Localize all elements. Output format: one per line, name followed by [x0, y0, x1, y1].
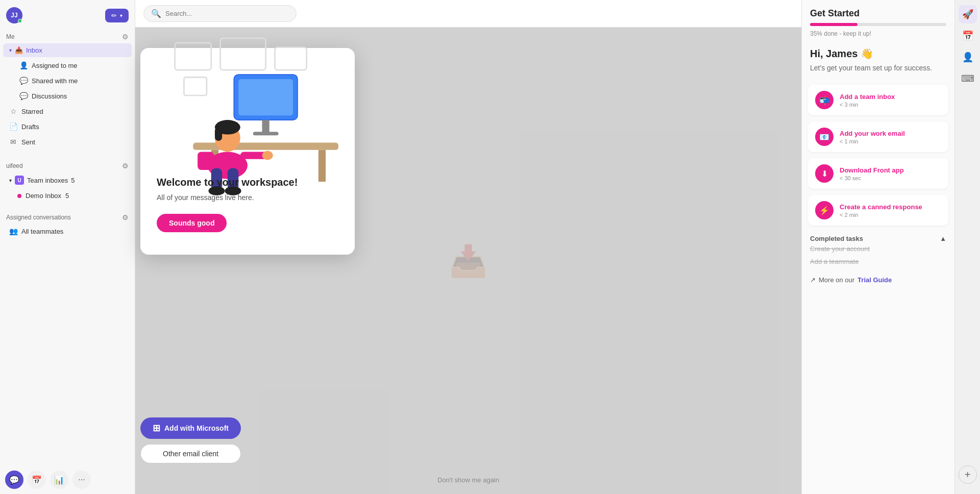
assigned-conversations-label: Assigned conversations ⚙: [0, 209, 135, 224]
progress-bar-wrap: [802, 23, 954, 28]
sidebar-item-starred[interactable]: ☆ Starred: [3, 104, 132, 118]
compose-button[interactable]: ✏ ▾: [105, 9, 129, 22]
svg-rect-7: [253, 132, 279, 135]
dont-show-link[interactable]: Don't show me again: [437, 476, 499, 484]
contact-icon[interactable]: 👤: [959, 48, 977, 66]
svg-rect-3: [184, 77, 206, 95]
task-work-email-time: < 1 min: [840, 138, 941, 144]
task-team-inbox-title: Add a team inbox: [840, 93, 941, 101]
discussions-icon: 💬: [19, 92, 28, 100]
modal-overlay: Welcome to your workspace! All of your m…: [135, 28, 801, 494]
search-input[interactable]: [165, 10, 289, 17]
sidebar-header: JJ ✏ ▾: [0, 0, 135, 29]
right-panel: Get Started 35% done - keep it up! Hi, J…: [801, 0, 954, 494]
task-download-icon: ⬇: [815, 164, 834, 183]
task-team-inbox-time: < 3 min: [840, 102, 941, 108]
search-icon: 🔍: [151, 9, 161, 18]
inbox-icon: 📥: [15, 46, 23, 54]
search-bar[interactable]: 🔍: [143, 5, 297, 22]
completed-section: Completed tasks ▲ Create your account Ad…: [802, 229, 954, 270]
task-work-email-title: Add your work email: [840, 130, 941, 137]
sidebar-item-sent[interactable]: ✉ Sent: [3, 135, 132, 149]
assigned-icon: 👤: [19, 61, 28, 69]
get-started-title: Get Started: [810, 8, 860, 19]
rocket-icon[interactable]: 🚀: [959, 5, 977, 23]
more-bottom-button[interactable]: ···: [72, 471, 91, 489]
inbox-chevron-icon: ▾: [9, 47, 12, 53]
starred-icon: ☆: [9, 107, 17, 115]
completed-item-teammate: Add a teammate: [810, 255, 946, 268]
greeting-title: Hi, James 👋: [810, 47, 946, 60]
avatar[interactable]: JJ: [6, 7, 22, 23]
trial-guide-link[interactable]: Trial Guide: [857, 276, 892, 284]
sidebar-bottom: 💬 📅 📊 ···: [0, 465, 135, 494]
add-microsoft-button[interactable]: ⊞ Add with Microsoft: [140, 417, 241, 439]
main-header: 🔍: [135, 0, 801, 28]
demo-inbox-dot: [17, 194, 21, 198]
progress-bar-fill: [810, 23, 857, 26]
trial-guide: ↗ More on our Trial Guide: [802, 270, 954, 290]
drafts-icon: 📄: [9, 122, 17, 131]
me-settings-icon[interactable]: ⚙: [122, 33, 129, 41]
task-canned-time: < 2 min: [840, 212, 941, 218]
inbox-nav-item[interactable]: ▾ 📥 Inbox: [3, 43, 132, 57]
chart-bottom-button[interactable]: 📊: [50, 471, 68, 489]
task-download-app[interactable]: ⬇ Download Front app < 30 sec: [808, 158, 948, 189]
main-content: 📥: [135, 28, 801, 494]
team-inboxes-nav-item[interactable]: ▾ U Team inboxes 5: [3, 172, 132, 188]
svg-rect-21: [198, 152, 214, 170]
add-panel-button[interactable]: +: [959, 465, 977, 484]
team-inboxes-chevron-icon: ▾: [9, 178, 12, 183]
svg-rect-1: [220, 38, 266, 70]
task-download-title: Download Front app: [840, 166, 941, 174]
far-right-panel: 🚀 📅 👤 ⌨ +: [954, 0, 980, 494]
sidebar-item-all-teammates[interactable]: 👥 All teammates: [3, 224, 132, 238]
shared-icon: 💬: [19, 77, 28, 85]
greeting-subtitle: Let's get your team set up for success.: [810, 63, 946, 73]
other-email-button[interactable]: Other email client: [140, 444, 241, 463]
me-section-label: Me ⚙: [0, 29, 135, 43]
task-canned-title: Create a canned response: [840, 203, 941, 211]
task-team-inbox-icon: 📬: [815, 91, 834, 109]
main-area: 🔍 📥: [135, 0, 801, 494]
task-add-work-email[interactable]: 📧 Add your work email < 1 min: [808, 121, 948, 152]
keyboard-icon[interactable]: ⌨: [959, 69, 977, 88]
sidebar: JJ ✏ ▾ Me ⚙ ▾ 📥 Inbox 👤 Assigned to me 💬…: [0, 0, 135, 494]
sidebar-item-shared[interactable]: 💬 Shared with me: [3, 73, 132, 88]
chat-button[interactable]: 💬: [5, 471, 23, 489]
svg-rect-8: [193, 142, 338, 150]
svg-point-17: [262, 151, 273, 160]
right-panel-header: Get Started: [802, 0, 954, 23]
demo-inbox-item[interactable]: Demo Inbox 5: [3, 189, 132, 203]
modal-illustration: [157, 64, 338, 166]
assigned-settings-icon[interactable]: ⚙: [122, 213, 129, 221]
svg-rect-20: [215, 127, 222, 141]
microsoft-icon: ⊞: [153, 423, 160, 434]
svg-rect-10: [318, 150, 326, 182]
team-settings-icon[interactable]: ⚙: [122, 162, 129, 170]
sidebar-item-drafts[interactable]: 📄 Drafts: [3, 119, 132, 134]
greeting: Hi, James 👋 Let's get your team set up f…: [802, 43, 954, 82]
progress-bar-track: [810, 23, 946, 26]
svg-rect-6: [262, 120, 269, 134]
external-link-icon: ↗: [810, 276, 816, 284]
task-canned-response[interactable]: ⚡ Create a canned response < 2 min: [808, 195, 948, 226]
calendar-bottom-button[interactable]: 📅: [28, 471, 46, 489]
sidebar-item-discussions[interactable]: 💬 Discussions: [3, 89, 132, 103]
progress-label: 35% done - keep it up!: [802, 28, 954, 43]
completed-chevron-icon: ▲: [940, 235, 946, 242]
task-add-team-inbox[interactable]: 📬 Add a team inbox < 3 min: [808, 85, 948, 115]
team-section-label: uifeed ⚙: [0, 158, 135, 172]
welcome-modal: Welcome to your workspace! All of your m…: [140, 48, 355, 255]
sent-icon: ✉: [9, 138, 17, 146]
teammates-icon: 👥: [9, 227, 17, 235]
online-dot: [18, 19, 22, 23]
task-work-email-icon: 📧: [815, 128, 834, 146]
email-buttons: ⊞ Add with Microsoft Other email client: [140, 417, 241, 463]
sounds-good-button[interactable]: Sounds good: [157, 214, 227, 232]
sidebar-item-assigned[interactable]: 👤 Assigned to me: [3, 58, 132, 72]
task-download-time: < 30 sec: [840, 175, 941, 181]
svg-rect-2: [275, 47, 306, 70]
calendar-icon[interactable]: 📅: [959, 27, 977, 45]
completed-section-title[interactable]: Completed tasks ▲: [810, 235, 946, 242]
